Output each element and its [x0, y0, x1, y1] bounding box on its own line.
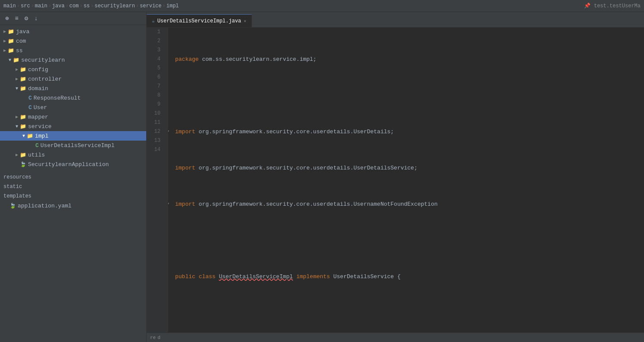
code-line-1: package com.ss.securitylearn.service.imp… — [175, 55, 644, 64]
line-num-8: 8 — [147, 91, 164, 100]
section-resources: resources — [0, 173, 146, 182]
keyword-import: import — [175, 200, 195, 209]
code-content[interactable]: package com.ss.securitylearn.service.imp… — [168, 28, 644, 333]
sidebar-toolbar: ⊕ ≡ ⚙ ↓ — [0, 12, 146, 25]
java-file-icon: ☕ — [152, 18, 155, 24]
breadcrumb-item[interactable]: impl — [166, 3, 179, 9]
breadcrumb-item[interactable]: java — [52, 3, 65, 9]
tree-item-userdetailsserviceimpl[interactable]: ▶ C UserDetailsServiceImpl — [0, 141, 146, 150]
keyword-import: import — [175, 163, 195, 173]
breadcrumb-item[interactable]: ss — [84, 3, 90, 9]
section-static: static — [0, 182, 146, 191]
breadcrumb: main › src › main › java › com › ss › se… — [0, 0, 644, 12]
folder-icon: 📁 — [20, 76, 26, 82]
breadcrumb-item[interactable]: securitylearn — [94, 3, 135, 9]
folder-icon: 📁 — [20, 85, 26, 92]
expand-arrow[interactable]: ▼ — [14, 86, 20, 91]
project-sidebar: ⊕ ≡ ⚙ ↓ ▶ 📁 java ▶ 📁 com ▶ — [0, 12, 147, 342]
line-num-1: 1 — [147, 28, 164, 37]
tree-item-utils[interactable]: ▶ 📁 utils — [0, 150, 146, 160]
tree-item-impl[interactable]: ▼ 📁 impl — [0, 131, 146, 141]
classname: UserDetailsServiceImpl — [219, 272, 293, 281]
tree-item-mapper[interactable]: ▶ 📁 mapper — [0, 112, 146, 122]
expand-arrow[interactable]: ▼ — [7, 58, 13, 63]
editor-area: ☕ UserDetailsServiceImpl.java ✕ 1 2 3 4 … — [147, 12, 644, 342]
breadcrumb-item[interactable]: main — [3, 3, 16, 9]
line-num-9: 9 — [147, 100, 164, 109]
expand-arrow[interactable]: ▼ — [21, 134, 27, 138]
tree-label: User — [34, 104, 146, 111]
folder-icon: 📁 — [20, 114, 26, 120]
tree-label: service — [28, 123, 146, 130]
line-num-2: 2 — [147, 37, 164, 46]
tree-item-user[interactable]: ▶ C User — [0, 103, 146, 112]
collapse-icon[interactable]: ≡ — [13, 14, 20, 23]
tree-label: mapper — [28, 114, 146, 120]
expand-arrow[interactable]: ▶ — [14, 152, 20, 157]
breadcrumb-item[interactable]: src — [21, 3, 30, 9]
expand-arrow[interactable]: ▶ — [2, 38, 8, 44]
expand-arrow[interactable]: ▶ — [14, 67, 20, 72]
line-num-10: 10 — [147, 109, 164, 118]
scroll-to-icon[interactable]: ↓ — [32, 14, 39, 23]
tree-item-domain[interactable]: ▼ 📁 domain — [0, 84, 146, 93]
expand-arrow[interactable]: ▼ — [14, 124, 20, 129]
tab-userdetailsserviceimpl[interactable]: ☕ UserDetailsServiceImpl.java ✕ — [147, 14, 252, 27]
tree-label: application.yaml — [18, 203, 146, 209]
folder-icon: 📁 — [27, 133, 33, 139]
tree-item-responseresult[interactable]: ▶ C ResponseResult — [0, 93, 146, 103]
tree-item-application-yaml[interactable]: ▶ 🍃 application.yaml — [0, 201, 146, 210]
tree-label: controller — [28, 76, 146, 82]
breadcrumb-item[interactable]: com — [69, 3, 79, 9]
expand-arrow[interactable]: ▶ — [14, 114, 20, 119]
pin-icon[interactable]: 📌 — [584, 3, 591, 9]
expand-arrow[interactable]: ▶ — [2, 29, 8, 34]
fold-arrow-5[interactable]: ▼ — [168, 200, 169, 209]
keyword-class: class — [199, 272, 216, 281]
tree-label: ss — [16, 47, 146, 54]
tree-item-config[interactable]: ▶ 📁 config — [0, 65, 146, 74]
tree-item-service[interactable]: ▼ 📁 service — [0, 122, 146, 131]
tree-item-securitylearnapplication[interactable]: ▶ 🍃 SecuritylearnApplication — [0, 160, 146, 169]
tab-label: UserDetailsServiceImpl.java — [157, 18, 241, 24]
tree-item-securitylearn[interactable]: ▼ 📁 securitylearn — [0, 55, 146, 65]
section-templates: templates — [0, 191, 146, 201]
code-line-6 — [175, 236, 644, 245]
tree-item-java[interactable]: ▶ 📁 java — [0, 27, 146, 36]
add-icon[interactable]: ⊕ — [3, 14, 10, 23]
line-num-7: 7 — [147, 82, 164, 91]
breadcrumb-item[interactable]: service — [140, 3, 161, 9]
code-line-5: ▼ import org.springframework.security.co… — [175, 200, 644, 209]
spring-class-icon: C — [35, 142, 39, 149]
fold-arrow-3[interactable]: ▼ — [168, 127, 169, 136]
status-text: re — [150, 335, 156, 340]
settings-icon[interactable]: ⚙ — [23, 14, 30, 23]
folder-icon: 📁 — [20, 66, 26, 73]
tree-item-com[interactable]: ▶ 📁 com — [0, 36, 146, 46]
status-text2: d — [157, 335, 160, 340]
tab-close-button[interactable]: ✕ — [244, 19, 246, 24]
line-numbers: 1 2 3 4 5 6 7 8 9 10 11 12 13 14 — [147, 28, 168, 333]
breadcrumb-item[interactable]: main — [35, 3, 47, 9]
tab-bar: ☕ UserDetailsServiceImpl.java ✕ — [147, 12, 644, 28]
keyword-package: package — [175, 55, 199, 64]
status-bar: re d — [147, 333, 644, 342]
expand-arrow[interactable]: ▶ — [14, 76, 20, 82]
code-line-4: import org.springframework.security.core… — [175, 163, 644, 173]
code-line-2 — [175, 91, 644, 100]
tree-label: domain — [28, 85, 146, 92]
tree-label: UserDetailsServiceImpl — [41, 142, 146, 149]
folder-icon: 📁 — [13, 57, 19, 63]
tree-label: impl — [35, 133, 146, 139]
tree-item-ss[interactable]: ▶ 📁 ss — [0, 46, 146, 55]
keyword-public: public — [175, 272, 195, 281]
line-num-6: 6 — [147, 73, 164, 82]
tree-label: com — [16, 38, 146, 44]
keyword-import: import — [175, 127, 195, 136]
tree-item-controller[interactable]: ▶ 📁 controller — [0, 74, 146, 84]
tree-label: utils — [28, 152, 146, 158]
expand-arrow[interactable]: ▶ — [2, 48, 8, 53]
code-editor[interactable]: 1 2 3 4 5 6 7 8 9 10 11 12 13 14 package… — [147, 28, 644, 333]
code-line-3: ▼ import org.springframework.security.co… — [175, 127, 644, 136]
file-tree: ▶ 📁 java ▶ 📁 com ▶ 📁 ss ▼ — [0, 25, 146, 342]
